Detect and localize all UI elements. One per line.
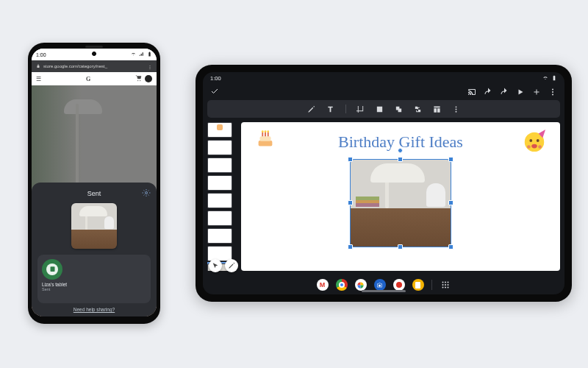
plus-icon [532,88,541,96]
layout-tool[interactable] [433,105,442,113]
hamburger-icon[interactable]: ☰ [36,76,41,82]
cast-button[interactable] [467,88,476,96]
wifi-icon [542,75,548,81]
more-button[interactable] [548,88,557,96]
inserted-image[interactable] [350,159,451,247]
apps-grid-icon [441,280,450,289]
redo-button[interactable] [500,88,509,96]
slide-thumbnail[interactable] [207,122,232,138]
pen-icon [228,262,235,269]
tablet-status-bar: 1:00 [203,72,564,84]
slide-canvas[interactable]: Birthday Gift Ideas [241,122,560,271]
svg-point-23 [442,282,443,283]
home-indicator[interactable] [362,290,406,292]
phone-front-camera [92,52,96,56]
svg-rect-1 [50,267,54,272]
browser-menu-icon[interactable]: ⋮ [148,64,152,69]
phone-screen: 1:00 store.google.com/category/nest_ ⋮ ☰… [32,49,157,316]
more-icon [452,105,460,113]
slide-thumbnail[interactable] [207,193,232,208]
svg-point-31 [447,287,448,289]
share-settings-button[interactable] [142,188,151,197]
share-target[interactable]: Liza's tablet Sent [42,259,77,291]
floating-tool-buttons [209,259,238,272]
chrome-app-icon[interactable] [336,279,348,291]
nearby-share-sheet: Sent Liza's tablet Sent [32,183,157,316]
svg-point-28 [447,284,448,286]
image-tool[interactable] [376,105,384,113]
slides-app-bar [203,84,564,100]
avatar[interactable] [145,75,152,82]
svg-point-27 [445,284,446,286]
wifi-icon [131,52,136,57]
done-button[interactable] [210,85,219,99]
slides-app-icon[interactable] [412,279,424,291]
text-tool[interactable] [326,105,335,113]
camera-app-icon[interactable] [374,279,386,291]
layout-icon [433,105,441,113]
replace-tool[interactable] [414,105,423,113]
redo-icon [500,88,509,96]
app-bar-actions [467,88,557,96]
all-apps-button[interactable] [440,279,451,291]
fab-cursor[interactable] [209,259,222,272]
svg-point-24 [445,282,446,283]
slide-thumbnail[interactable] [207,175,232,191]
phone-status-icons [129,52,152,57]
present-button[interactable] [516,88,525,96]
svg-point-22 [379,284,381,286]
tablet-clock: 1:00 [210,75,221,82]
svg-point-5 [456,106,457,107]
pen-tool[interactable] [307,105,316,113]
undo-button[interactable] [484,88,492,96]
slide-thumbnail[interactable] [207,210,232,226]
gmail-app-icon[interactable]: M [317,279,329,291]
svg-point-2 [552,89,553,91]
svg-point-3 [552,91,553,93]
browser-url-bar[interactable]: store.google.com/category/nest_ ⋮ [32,60,157,72]
svg-point-4 [552,94,553,96]
url-text: store.google.com/category/nest_ [43,64,145,68]
phone-content: Sent Liza's tablet Sent [32,85,157,316]
cursor-icon [212,262,219,269]
camera-icon [376,282,383,289]
slide-thumbnail-strip[interactable] [207,122,237,271]
lock-icon [36,64,40,69]
battery-icon [551,75,557,81]
tablet-icon [42,259,62,280]
share-status-title: Sent [87,190,101,197]
pen-icon [307,105,315,113]
phone-speaker [85,46,103,48]
cart-icon[interactable] [135,75,142,83]
fab-draw[interactable] [225,259,238,272]
google-logo: G [86,76,90,82]
store-header: ☰ G [32,72,157,85]
toolbar-more[interactable] [452,105,461,113]
share-preview-thumbnail [71,203,117,249]
share-help-link[interactable]: Need help sharing? [37,303,151,314]
svg-point-30 [445,287,446,289]
play-icon [516,88,525,96]
mask-tool[interactable] [395,105,404,113]
svg-point-6 [456,108,457,110]
svg-point-29 [442,287,443,289]
slides-workspace: Birthday Gift Ideas [203,118,564,275]
svg-point-25 [447,282,448,283]
slide-thumbnail[interactable] [207,140,232,155]
svg-point-26 [442,284,443,286]
slide-thumbnail[interactable] [207,158,232,173]
more-icon [548,88,557,96]
slide-thumbnail[interactable] [207,228,232,244]
crop-tool[interactable] [356,105,365,113]
mask-icon [395,105,403,113]
photos-app-icon[interactable] [355,279,367,291]
undo-icon [484,88,492,96]
slide-title[interactable]: Birthday Gift Ideas [241,132,560,152]
share-targets-panel: Liza's tablet Sent [37,255,151,303]
share-target-name: Liza's tablet [42,282,67,287]
text-icon [326,105,334,113]
signal-icon [139,52,144,57]
add-button[interactable] [532,88,541,96]
cast-icon [467,88,476,96]
recorder-app-icon[interactable] [393,279,405,291]
